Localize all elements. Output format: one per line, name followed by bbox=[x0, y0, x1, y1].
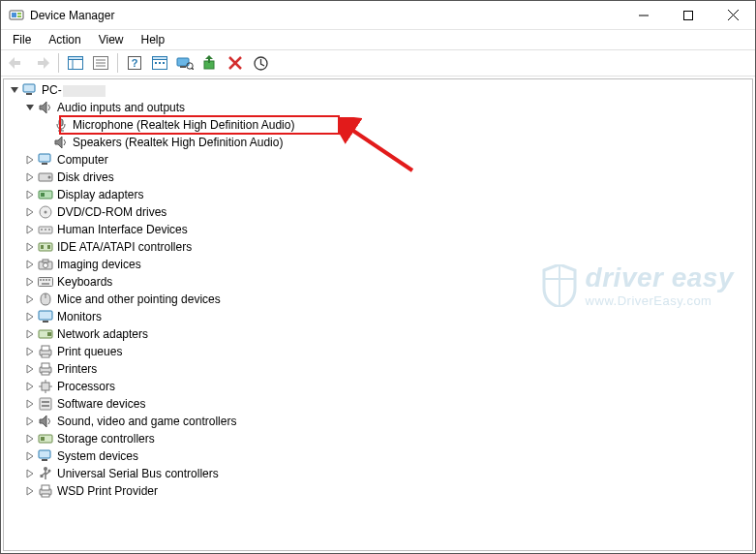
chevron-right-icon[interactable] bbox=[23, 362, 37, 376]
tree-node-display[interactable]: Display adapters bbox=[4, 186, 752, 203]
speaker-icon bbox=[53, 135, 69, 150]
chevron-right-icon[interactable] bbox=[23, 327, 37, 341]
scan-hardware-button[interactable] bbox=[173, 51, 197, 75]
tree-node-label: Print queues bbox=[57, 343, 122, 360]
svg-rect-8 bbox=[15, 61, 20, 65]
tree-node-monitors[interactable]: Monitors bbox=[4, 308, 752, 325]
chevron-right-icon[interactable] bbox=[23, 153, 37, 167]
forward-button[interactable] bbox=[30, 51, 53, 75]
tree-node-printqueues[interactable]: Print queues bbox=[4, 343, 752, 360]
svg-rect-3 bbox=[17, 15, 21, 17]
chevron-right-icon[interactable] bbox=[23, 275, 37, 289]
help-button[interactable]: ? bbox=[123, 51, 146, 75]
disc-icon bbox=[38, 204, 53, 220]
tree-node-processors[interactable]: Processors bbox=[4, 378, 752, 395]
tree-node-dvd[interactable]: DVD/CD-ROM drives bbox=[4, 203, 752, 221]
chevron-right-icon[interactable] bbox=[23, 170, 37, 184]
show-hide-console-button[interactable] bbox=[64, 51, 87, 75]
tree-node-software[interactable]: Software devices bbox=[4, 395, 752, 413]
action-button[interactable] bbox=[148, 51, 171, 75]
disable-device-button[interactable] bbox=[249, 51, 272, 75]
tree-node-label: Disk drives bbox=[57, 169, 114, 186]
chevron-right-icon[interactable] bbox=[23, 310, 37, 323]
tree-node-sound[interactable]: Sound, video and game controllers bbox=[4, 413, 752, 430]
svg-rect-70 bbox=[42, 363, 49, 368]
chevron-right-icon[interactable] bbox=[23, 205, 37, 219]
tree-node-label: Computer bbox=[57, 151, 108, 169]
tree-node-keyboards[interactable]: Keyboards bbox=[4, 273, 752, 291]
menu-file[interactable]: File bbox=[5, 31, 39, 48]
chevron-right-icon[interactable] bbox=[23, 345, 37, 358]
chevron-right-icon[interactable] bbox=[23, 415, 37, 428]
chevron-down-icon[interactable] bbox=[23, 101, 37, 114]
svg-line-27 bbox=[192, 68, 194, 70]
tree-node-root[interactable]: PC- bbox=[4, 81, 752, 99]
tree-node-hid[interactable]: Human Interface Devices bbox=[4, 221, 752, 238]
device-tree: PC- Audio inputs and outputs Microphone … bbox=[4, 79, 752, 504]
tree-node-label: Mice and other pointing devices bbox=[57, 291, 221, 308]
chevron-right-icon[interactable] bbox=[23, 397, 37, 411]
svg-text:?: ? bbox=[132, 57, 138, 69]
chevron-right-icon[interactable] bbox=[23, 188, 37, 201]
tree-node-audio[interactable]: Audio inputs and outputs bbox=[4, 99, 752, 116]
tree-node-label: Keyboards bbox=[57, 273, 112, 291]
monitor-icon bbox=[38, 309, 53, 324]
svg-rect-65 bbox=[47, 332, 51, 336]
svg-rect-21 bbox=[155, 62, 157, 64]
tree-node-disk[interactable]: Disk drives bbox=[4, 169, 752, 186]
maximize-button[interactable] bbox=[666, 1, 711, 30]
device-tree-panel[interactable]: PC- Audio inputs and outputs Microphone … bbox=[3, 78, 753, 551]
svg-rect-71 bbox=[42, 372, 49, 375]
svg-rect-20 bbox=[153, 57, 167, 60]
mouse-icon bbox=[38, 292, 53, 307]
tree-node-label: Storage controllers bbox=[57, 430, 155, 447]
svg-rect-2 bbox=[17, 13, 21, 15]
tree-node-computer[interactable]: Computer bbox=[4, 151, 752, 169]
update-driver-button[interactable] bbox=[198, 51, 222, 75]
minimize-button[interactable] bbox=[621, 1, 666, 30]
chevron-right-icon[interactable] bbox=[23, 258, 37, 271]
menu-action[interactable]: Action bbox=[41, 31, 88, 48]
tree-node-ide[interactable]: IDE ATA/ATAPI controllers bbox=[4, 238, 752, 256]
tree-node-imaging[interactable]: Imaging devices bbox=[4, 256, 752, 273]
display-adapter-icon bbox=[38, 187, 53, 202]
titlebar: Device Manager bbox=[1, 1, 755, 30]
svg-point-40 bbox=[48, 176, 51, 179]
chevron-right-icon[interactable] bbox=[23, 240, 37, 254]
tree-node-storage[interactable]: Storage controllers bbox=[4, 430, 752, 447]
tree-node-printers[interactable]: Printers bbox=[4, 360, 752, 378]
svg-rect-82 bbox=[39, 450, 50, 458]
svg-rect-79 bbox=[42, 405, 49, 407]
chevron-right-icon[interactable] bbox=[23, 467, 37, 480]
tree-node-wsd[interactable]: WSD Print Provider bbox=[4, 482, 752, 500]
menu-help[interactable]: Help bbox=[134, 31, 173, 48]
chevron-right-icon[interactable] bbox=[23, 484, 37, 498]
ide-controller-icon bbox=[38, 239, 53, 255]
chevron-right-icon[interactable] bbox=[23, 432, 37, 446]
chevron-right-icon[interactable] bbox=[23, 223, 37, 236]
back-button[interactable] bbox=[5, 51, 28, 75]
svg-rect-25 bbox=[180, 66, 186, 68]
svg-rect-32 bbox=[23, 84, 35, 92]
uninstall-device-button[interactable] bbox=[224, 51, 247, 75]
printer-icon bbox=[38, 344, 53, 359]
close-button[interactable] bbox=[711, 1, 755, 30]
menu-view[interactable]: View bbox=[91, 31, 132, 48]
tree-node-label: DVD/CD-ROM drives bbox=[57, 203, 166, 221]
tree-node-usb[interactable]: Universal Serial Bus controllers bbox=[4, 465, 752, 482]
tree-node-microphone[interactable]: Microphone (Realtek High Definition Audi… bbox=[4, 116, 752, 134]
svg-rect-5 bbox=[684, 11, 693, 19]
chevron-right-icon[interactable] bbox=[23, 380, 37, 393]
toolbar-separator bbox=[58, 53, 59, 73]
tree-node-system[interactable]: System devices bbox=[4, 447, 752, 465]
tree-node-speakers[interactable]: Speakers (Realtek High Definition Audio) bbox=[4, 134, 752, 151]
properties-button[interactable] bbox=[89, 51, 112, 75]
chevron-right-icon[interactable] bbox=[23, 449, 37, 463]
toolbar-separator bbox=[117, 53, 118, 73]
tree-node-mice[interactable]: Mice and other pointing devices bbox=[4, 291, 752, 308]
tree-node-label: Speakers (Realtek High Definition Audio) bbox=[73, 134, 283, 151]
tree-node-network[interactable]: Network adapters bbox=[4, 325, 752, 343]
printer-icon bbox=[38, 361, 53, 377]
chevron-down-icon[interactable] bbox=[8, 83, 21, 97]
chevron-right-icon[interactable] bbox=[23, 292, 37, 306]
